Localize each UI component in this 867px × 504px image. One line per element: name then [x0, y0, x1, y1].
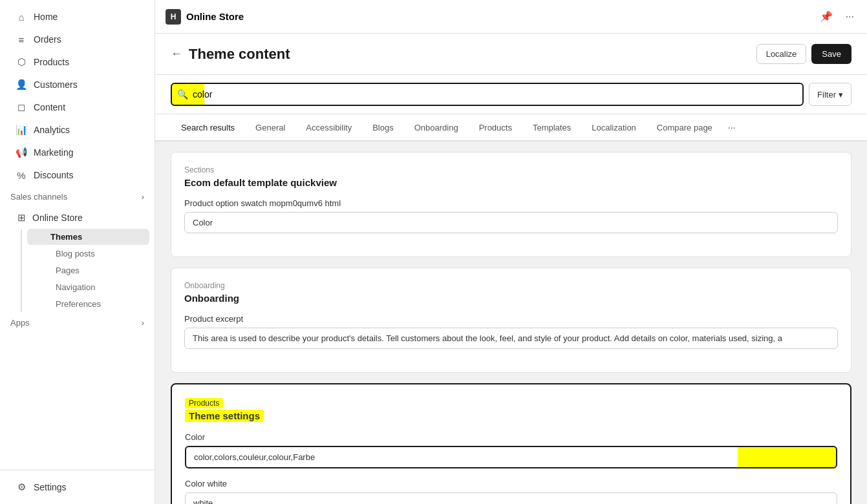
- topbar: H Online Store 📌 ···: [155, 0, 867, 34]
- sidebar-item-home-label: Home: [34, 12, 58, 22]
- topbar-left: H Online Store: [166, 9, 244, 25]
- main-area: H Online Store 📌 ··· ← Theme content Loc…: [155, 0, 867, 504]
- save-button[interactable]: Save: [811, 44, 851, 64]
- discounts-icon: %: [16, 169, 27, 181]
- onboarding-section-label: Onboarding: [184, 281, 838, 290]
- sidebar: ⌂ Home ≡ Orders ⬡ Products 👤 Customers ◻…: [0, 0, 155, 504]
- sidebar-item-customers-label: Customers: [34, 79, 78, 90]
- color-white-field-input[interactable]: [185, 492, 837, 504]
- orders-icon: ≡: [16, 34, 27, 45]
- color-white-field-label: Color white: [185, 479, 837, 488]
- filter-label: Filter: [817, 90, 836, 100]
- tabs-bar: Search results General Accessibility Blo…: [155, 114, 867, 142]
- page-title: Theme content: [189, 46, 290, 63]
- product-option-swatch-label: Product option swatch mopm0qumv6 html: [184, 198, 838, 208]
- apps-section[interactable]: Apps ›: [0, 313, 155, 333]
- sidebar-item-products[interactable]: ⬡ Products: [5, 51, 149, 73]
- products-icon: ⬡: [16, 56, 27, 68]
- back-arrow-icon: ←: [171, 47, 182, 61]
- sidebar-item-marketing[interactable]: 📢 Marketing: [5, 142, 149, 163]
- search-input[interactable]: [171, 83, 804, 106]
- tab-blogs[interactable]: Blogs: [362, 115, 404, 142]
- theme-settings-title-wrapper: Theme settings: [185, 410, 837, 422]
- settings-label: Settings: [34, 482, 67, 492]
- search-input-wrapper: 🔍: [171, 83, 804, 106]
- online-store-label: Online Store: [32, 213, 83, 223]
- content-icon: ◻: [16, 101, 27, 113]
- sidebar-item-pages[interactable]: Pages: [27, 262, 149, 278]
- sidebar-item-online-store[interactable]: ⊞ Online Store: [5, 207, 149, 228]
- color-field-label: Color: [185, 432, 837, 442]
- back-button[interactable]: ←: [171, 47, 182, 61]
- sidebar-item-preferences[interactable]: Preferences: [27, 296, 149, 312]
- apps-label: Apps: [10, 318, 30, 328]
- preferences-label: Preferences: [56, 299, 101, 309]
- settings-icon: ⚙: [16, 481, 27, 493]
- expand-arrow-icon: ›: [142, 192, 144, 202]
- tab-compare-page[interactable]: Compare page: [647, 115, 723, 142]
- sidebar-item-discounts[interactable]: % Discounts: [5, 164, 149, 186]
- color-field-group: Color: [185, 432, 837, 468]
- product-option-swatch-group: Product option swatch mopm0qumv6 html: [184, 198, 838, 233]
- sections-content: Sections Ecom default template quickview…: [155, 142, 867, 504]
- tab-onboarding[interactable]: Onboarding: [404, 115, 469, 142]
- topbar-brand-name: Online Store: [186, 11, 244, 22]
- analytics-icon: 📊: [16, 124, 27, 136]
- page-header: ← Theme content Localize Save: [155, 34, 867, 75]
- tab-products[interactable]: Products: [469, 115, 522, 142]
- sidebar-item-orders[interactable]: ≡ Orders: [5, 28, 149, 50]
- onboarding-section-title: Onboarding: [184, 293, 838, 304]
- brand-icon: H: [166, 9, 181, 25]
- product-excerpt-input[interactable]: [184, 328, 838, 349]
- filter-button[interactable]: Filter ▾: [809, 83, 851, 106]
- marketing-icon: 📢: [16, 147, 27, 158]
- page-header-left: ← Theme content: [171, 46, 290, 63]
- blog-posts-label: Blog posts: [56, 249, 95, 258]
- sidebar-item-analytics-label: Analytics: [34, 125, 70, 135]
- tabs-more-button[interactable]: ···: [723, 114, 741, 140]
- sidebar-item-themes[interactable]: Themes: [27, 229, 149, 245]
- navigation-label: Navigation: [56, 282, 95, 292]
- search-icon: 🔍: [177, 89, 188, 100]
- product-excerpt-label: Product excerpt: [184, 314, 838, 324]
- sidebar-item-analytics[interactable]: 📊 Analytics: [5, 119, 149, 141]
- apps-expand-arrow-icon: ›: [142, 318, 144, 328]
- tab-accessibility[interactable]: Accessibility: [295, 115, 362, 142]
- sidebar-item-marketing-label: Marketing: [34, 147, 73, 158]
- customers-icon: 👤: [16, 79, 27, 90]
- sales-channels-section[interactable]: Sales channels ›: [0, 187, 155, 207]
- sidebar-item-navigation[interactable]: Navigation: [27, 279, 149, 295]
- more-options-button[interactable]: ···: [843, 8, 857, 25]
- ecom-section-title: Ecom default template quickview: [184, 177, 838, 188]
- sales-channels-label: Sales channels: [10, 192, 67, 202]
- themes-label: Themes: [50, 232, 82, 242]
- content-area: ← Theme content Localize Save 🔍 Filter ▾: [155, 34, 867, 504]
- tab-search-results[interactable]: Search results: [171, 115, 245, 142]
- tab-templates[interactable]: Templates: [522, 115, 581, 142]
- tree-container: Themes Blog posts Pages Navigation Prefe…: [21, 229, 155, 312]
- products-highlight-tag: Products: [185, 397, 837, 410]
- online-store-icon: ⊞: [16, 212, 27, 224]
- localize-button[interactable]: Localize: [756, 44, 807, 64]
- sidebar-item-settings[interactable]: ⚙ Settings: [5, 476, 149, 498]
- sidebar-item-products-label: Products: [34, 57, 69, 67]
- sidebar-item-discounts-label: Discounts: [34, 170, 73, 180]
- sidebar-item-blog-posts[interactable]: Blog posts: [27, 246, 149, 262]
- sidebar-item-customers[interactable]: 👤 Customers: [5, 74, 149, 96]
- color-field-input[interactable]: [185, 446, 837, 468]
- color-white-field-group: Color white: [185, 479, 837, 504]
- sidebar-nav: ⌂ Home ≡ Orders ⬡ Products 👤 Customers ◻…: [0, 0, 155, 470]
- home-icon: ⌂: [16, 11, 27, 23]
- filter-dropdown-icon: ▾: [839, 90, 843, 100]
- sidebar-item-content[interactable]: ◻ Content: [5, 96, 149, 118]
- tab-general[interactable]: General: [245, 115, 295, 142]
- product-excerpt-group: Product excerpt: [184, 314, 838, 349]
- search-bar: 🔍 Filter ▾: [155, 75, 867, 114]
- product-option-swatch-input[interactable]: [184, 212, 838, 233]
- pin-button[interactable]: 📌: [817, 8, 835, 25]
- ecom-section-block: Sections Ecom default template quickview…: [171, 152, 851, 257]
- sidebar-item-content-label: Content: [34, 102, 65, 112]
- sidebar-item-home[interactable]: ⌂ Home: [5, 6, 149, 28]
- topbar-right: 📌 ···: [817, 8, 857, 25]
- tab-localization[interactable]: Localization: [581, 115, 647, 142]
